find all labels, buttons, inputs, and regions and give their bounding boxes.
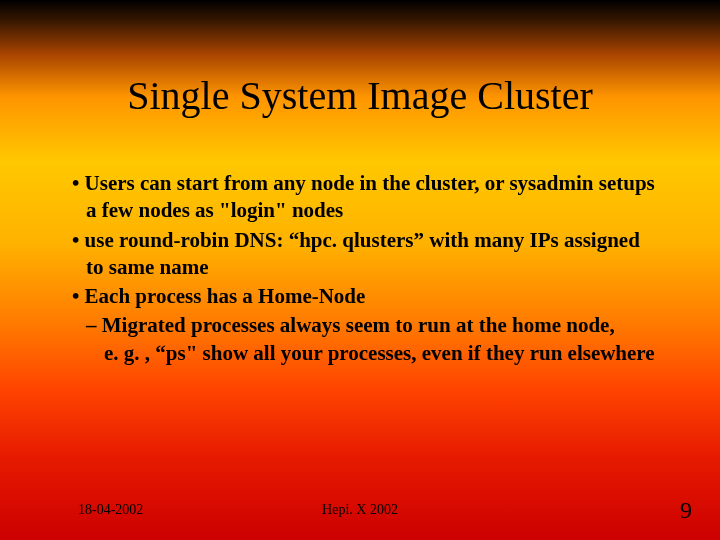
bullet-item: • use round-robin DNS: “hpc. qlusters” w… <box>72 227 660 282</box>
bullet-item: • Each process has a Home-Node <box>72 283 660 310</box>
sub-bullet-item: – Migrated processes always seem to run … <box>72 312 660 367</box>
footer-page-number: 9 <box>680 497 692 524</box>
slide: Single System Image Cluster • Users can … <box>0 0 720 540</box>
footer-date: 18-04-2002 <box>78 502 143 518</box>
bullet-item: • Users can start from any node in the c… <box>72 170 660 225</box>
slide-body: • Users can start from any node in the c… <box>72 170 660 369</box>
slide-title: Single System Image Cluster <box>0 72 720 119</box>
footer-venue: Hepi. X 2002 <box>322 502 398 518</box>
